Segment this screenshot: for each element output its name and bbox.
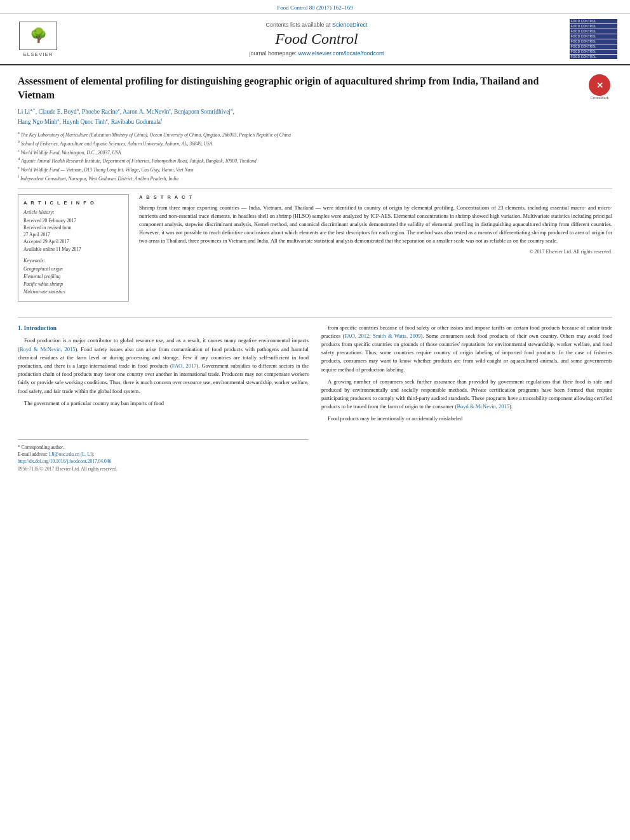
doi-link[interactable]: http://dx.doi.org/10.1016/j.foodcont.201… — [18, 458, 111, 464]
crossmark-label: CrossMark — [587, 96, 612, 100]
body-para-col2-3: Food products may be intentionally or ac… — [321, 415, 612, 423]
affiliation-f: f Independent Consultant, Narsapur, West… — [18, 174, 612, 182]
author-mcnevin: Aaron A. McNevin — [123, 109, 169, 115]
author-huynh: Huynh Quoc Tinh — [62, 119, 106, 125]
body-para-col2-1: from specific countries because of food … — [321, 324, 612, 374]
affiliation-c: c World Wildlife Fund, Washington, D.C.,… — [18, 148, 612, 156]
stripe-4: FOOD CONTROL — [570, 34, 617, 39]
abstract-text: Shrimp from three major exporting countr… — [139, 204, 612, 246]
keywords-label: Keywords: — [23, 258, 123, 263]
article-info-column: A R T I C L E I N F O Article history: R… — [18, 194, 129, 308]
article-info-box: A R T I C L E I N F O Article history: R… — [18, 194, 129, 302]
revised-date: 27 April 2017 — [23, 231, 123, 238]
fao-2017-link[interactable]: FAO, 2017 — [172, 363, 197, 369]
doi-line: http://dx.doi.org/10.1016/j.foodcont.201… — [18, 458, 309, 465]
keyword-3: Pacific white shrimp — [23, 281, 123, 288]
abstract-heading: A B S T R A C T — [139, 194, 612, 200]
author-boyd: Claude E. Boyd — [38, 109, 76, 115]
keyword-2: Elemental profiling — [23, 273, 123, 281]
crossmark-badge: ✕ CrossMark — [587, 74, 612, 100]
email-link[interactable]: 1Ji@ouc.edu.cn (L. Li). — [49, 451, 95, 457]
stripe-2: FOOD CONTROL — [570, 24, 617, 29]
keyword-1: Geographical origin — [23, 265, 123, 273]
author-benjaporn: Benjaporn Somridhivej — [174, 109, 231, 115]
info-abstract-section: A R T I C L E I N F O Article history: R… — [18, 194, 612, 308]
copyright-line: © 2017 Elsevier Ltd. All rights reserved… — [139, 249, 612, 255]
corresponding-author-label: * Corresponding author. — [18, 444, 309, 451]
author-li-li: Li Li — [18, 109, 30, 115]
smith-watts-link[interactable]: Smith & Watts, 2009 — [373, 333, 420, 339]
body-para-2: The government of a particular country m… — [18, 399, 309, 408]
footnotes: * Corresponding author. E-mail address: … — [18, 439, 309, 473]
elsevier-logo-box: 🌳 — [19, 22, 57, 50]
article-content: Assessment of elemental profiling for di… — [0, 65, 630, 479]
boyd-mcnevin-2015-link[interactable]: Boyd & McNevin, 2015 — [20, 346, 76, 352]
journal-stripes: FOOD CONTROL FOOD CONTROL FOOD CONTROL F… — [570, 19, 617, 59]
stripe-3: FOOD CONTROL — [570, 29, 617, 34]
article-title: Assessment of elemental profiling for di… — [18, 74, 577, 102]
journal-citation-link[interactable]: Food Control 80 (2017) 162–169 — [277, 4, 353, 11]
journal-header: 🌳 ELSEVIER Contents lists available at S… — [0, 14, 630, 65]
journal-homepage-link[interactable]: www.elsevier.com/locate/foodcont — [298, 50, 384, 57]
body-content: 1. Introduction Food production is a maj… — [18, 317, 612, 473]
body-column-right: from specific countries because of food … — [321, 324, 612, 473]
keyword-4: Multivariate statistics — [23, 288, 123, 296]
page: Food Control 80 (2017) 162–169 🌳 ELSEVIE… — [0, 0, 630, 840]
stripe-7: FOOD CONTROL — [570, 50, 617, 54]
author-racine: Phoebe Racine — [82, 109, 118, 115]
article-history-label: Article history: — [23, 210, 123, 215]
journal-center: Contents lists available at ScienceDirec… — [70, 22, 563, 57]
stripe-6: FOOD CONTROL — [570, 44, 617, 49]
revised-label: Received in revised form — [23, 224, 123, 231]
affiliation-e: e World Wildlife Fund — Vietnam, D13 Tha… — [18, 165, 612, 173]
online-date: Available online 11 May 2017 — [23, 246, 123, 253]
issn-line: 0956-7135/© 2017 Elsevier Ltd. All right… — [18, 465, 309, 473]
affiliations: a The Key Laboratory of Mariculture (Edu… — [18, 130, 612, 182]
author-hang: Hang Ngo Minh — [18, 119, 57, 125]
authors-line: Li Lia,*, Claude E. Boydb, Phoebe Racine… — [18, 107, 612, 126]
accepted-date: Accepted 29 April 2017 — [23, 238, 123, 245]
affiliation-d: d Aquatic Animal Health Research Institu… — [18, 156, 612, 164]
abstract-column: A B S T R A C T Shrimp from three major … — [139, 194, 612, 308]
section-divider — [18, 189, 612, 189]
stripe-8: FOOD CONTROL — [570, 55, 617, 59]
sciencedirect-link[interactable]: ScienceDirect — [332, 22, 368, 28]
section-1-title: 1. Introduction — [18, 324, 309, 333]
stripe-1: FOOD CONTROL — [570, 19, 617, 23]
journal-homepage-line: journal homepage: www.elsevier.com/locat… — [70, 50, 563, 57]
email-label: E-mail address: — [18, 451, 48, 457]
affiliation-a: a The Key Laboratory of Mariculture (Edu… — [18, 130, 612, 138]
body-two-columns: 1. Introduction Food production is a maj… — [18, 324, 612, 473]
keywords-section: Keywords: Geographical origin Elemental … — [23, 258, 123, 296]
journal-title: Food Control — [70, 30, 563, 48]
affiliation-b: b School of Fisheries, Aquaculture and A… — [18, 139, 612, 147]
body-para-col2-2: A growing number of consumers seek furth… — [321, 378, 612, 411]
email-line: E-mail address: 1Ji@ouc.edu.cn (L. Li). — [18, 451, 309, 458]
body-para-1: Food production is a major contributor t… — [18, 337, 309, 395]
elsevier-brand-name: ELSEVIER — [23, 51, 53, 57]
author-ravibabu: Ravibabu Godumala — [111, 119, 161, 125]
tree-icon: 🌳 — [30, 27, 47, 44]
received-date: Received 20 February 2017 — [23, 217, 123, 224]
elsevier-logo: 🌳 ELSEVIER — [13, 22, 64, 57]
contents-available-line: Contents lists available at ScienceDirec… — [70, 22, 563, 28]
top-bar: Food Control 80 (2017) 162–169 — [0, 0, 630, 14]
fao-2012-link[interactable]: FAO, 2012 — [344, 333, 369, 339]
boyd-mcnevin-2015-link2[interactable]: Boyd & McNevin, 2015 — [457, 403, 509, 410]
article-info-heading: A R T I C L E I N F O — [23, 200, 123, 206]
stripe-5: FOOD CONTROL — [570, 39, 617, 44]
body-column-left: 1. Introduction Food production is a maj… — [18, 324, 309, 473]
